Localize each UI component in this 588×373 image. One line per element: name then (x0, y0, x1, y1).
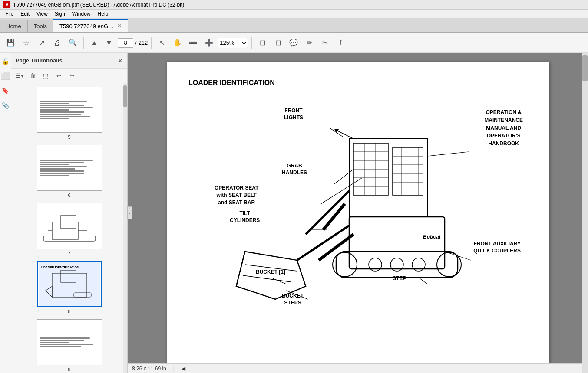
sidebar-title: Page Thumbnails (16, 57, 63, 64)
scroll-thumb[interactable] (582, 55, 588, 81)
fit-page-button[interactable]: ⊡ (255, 36, 269, 50)
prev-page-button[interactable]: ▲ (87, 36, 101, 50)
toolbar-sep-1 (83, 37, 84, 49)
thumbnail-label-6: 6 (68, 193, 70, 198)
thumbnail-page-9[interactable]: 9 (37, 319, 102, 372)
find-button[interactable]: 🔍 (66, 36, 80, 50)
zoom-select[interactable]: 50% 75% 100% 125% 150% 200% (218, 38, 248, 48)
menu-help[interactable]: Help (94, 10, 112, 18)
page-title: LOADER IDENTIFICATION (188, 79, 527, 87)
nav-group: ▲ ▼ (87, 36, 116, 50)
main-area: 🔒 ⬜ 🔖 📎 Page Thumbnails ✕ ☰▾ 🗑 ⬚ ↩ ↪ (0, 53, 588, 373)
svg-text:Bobcat: Bobcat (423, 234, 441, 240)
page-input-group: / 212 (118, 38, 148, 48)
left-icon-panel: 🔒 ⬜ 🔖 📎 (0, 53, 11, 373)
diagram-container: Bobcat (188, 95, 527, 347)
sidebar-menu-button[interactable]: ☰▾ (14, 70, 25, 82)
next-page-button[interactable]: ▼ (102, 36, 116, 50)
thumbnail-image-9 (37, 319, 102, 365)
sidebar-toolbar: ☰▾ 🗑 ⬚ ↩ ↪ (11, 69, 127, 83)
thumbnail-page-7[interactable]: 7 (37, 203, 102, 256)
status-bar: 8.26 x 11.69 in | ◀ (128, 363, 588, 373)
lock-icon[interactable]: 🔒 (1, 56, 10, 66)
sidebar: Page Thumbnails ✕ ☰▾ 🗑 ⬚ ↩ ↪ (11, 53, 128, 373)
vertical-scrollbar[interactable] (582, 53, 588, 373)
share-button[interactable]: ↗ (35, 36, 49, 50)
svg-line-37 (306, 191, 349, 234)
menu-file[interactable]: File (2, 10, 17, 18)
label-grab-handles: GRABHANDLES (282, 163, 307, 176)
svg-text:LOADER IDENTIFICATION: LOADER IDENTIFICATION (41, 266, 79, 269)
svg-line-48 (334, 169, 353, 184)
tab-home[interactable]: Home (0, 20, 28, 32)
fit-width-button[interactable]: ⊟ (271, 36, 285, 50)
label-tilt-cylinders: TILTCYLINDERS (230, 210, 260, 224)
page-separator: / (135, 39, 137, 46)
label-step: STEP (393, 275, 406, 281)
svg-line-39 (323, 204, 345, 230)
comment-button[interactable]: 💬 (287, 36, 301, 50)
close-tab-icon[interactable]: ✕ (117, 23, 122, 29)
cursor-tool-button[interactable]: ↖ (155, 36, 169, 50)
sidebar-close-button[interactable]: ✕ (118, 57, 123, 64)
menu-edit[interactable]: Edit (17, 10, 33, 18)
pdf-page[interactable]: LOADER IDENTIFICATION (128, 53, 588, 373)
sidebar-extract-button[interactable]: ⬚ (40, 70, 51, 82)
pdf-content-area: LOADER IDENTIFICATION (128, 53, 588, 373)
thumbnail-label-7: 7 (68, 251, 70, 256)
title-bar: A T590 7277049 enGB om.pdf (SECURED) - A… (0, 0, 588, 10)
page-document: LOADER IDENTIFICATION (167, 62, 549, 365)
svg-rect-30 (349, 217, 445, 269)
toolbar-sep-2 (151, 37, 152, 49)
svg-line-44 (243, 275, 291, 282)
page-number-input[interactable] (118, 38, 133, 48)
print-button[interactable]: 🖨 (50, 36, 64, 50)
thumbnail-page-8[interactable]: LOADER IDENTIFICATION 8 (37, 261, 102, 314)
sidebar-delete-button[interactable]: 🗑 (27, 70, 38, 82)
svg-line-46 (336, 130, 353, 139)
bookmark-add-button[interactable]: ☆ (19, 36, 33, 50)
menu-view[interactable]: View (33, 10, 51, 18)
sidebar-scrollbar[interactable] (123, 83, 127, 373)
sidebar-redo-button[interactable]: ↪ (66, 70, 77, 82)
highlight-button[interactable]: ✏ (302, 36, 316, 50)
sidebar-undo-button[interactable]: ↩ (53, 70, 64, 82)
thumbnail-page-5[interactable]: 5 (37, 87, 102, 140)
tab-document[interactable]: T590 7277049 enG… ✕ (53, 19, 128, 32)
window-title: T590 7277049 enGB om.pdf (SECURED) - Ado… (13, 2, 184, 8)
app-icon: A (3, 1, 10, 8)
thumbnail-label-8: 8 (68, 309, 70, 314)
attachments-icon[interactable]: 📎 (1, 101, 10, 110)
scroll-left-button[interactable]: ◀ (182, 366, 185, 372)
label-bucket-steps: BUCKETSTEPS (282, 293, 304, 306)
thumbnail-label-5: 5 (68, 134, 70, 140)
tab-bar: Home Tools T590 7277049 enG… ✕ (0, 18, 588, 33)
zoom-out-button[interactable]: ➖ (186, 36, 200, 50)
menu-bar: File Edit View Sign Window Help (0, 10, 588, 18)
zoom-in-button[interactable]: ➕ (202, 36, 216, 50)
svg-rect-22 (393, 147, 423, 195)
thumbnail-page-6[interactable]: 6 (37, 145, 102, 198)
pages-icon[interactable]: ⬜ (1, 71, 10, 81)
save-button[interactable]: 💾 (3, 36, 17, 50)
label-bucket: BUCKET [1] (256, 269, 285, 275)
thumbnail-image-7 (37, 203, 102, 249)
thumbnail-image-5 (37, 87, 102, 133)
label-operator-seat: OPERATOR SEATwith SEAT BELTand SEAT BAR (215, 184, 258, 206)
sidebar-scroll-thumb[interactable] (123, 85, 127, 107)
tab-tools[interactable]: Tools (28, 20, 53, 32)
thumbnail-image-8: LOADER IDENTIFICATION (37, 261, 102, 307)
bookmarks-icon[interactable]: 🔖 (1, 86, 10, 95)
svg-marker-41 (236, 252, 306, 299)
page-size-label: 8.26 x 11.69 in (132, 366, 166, 372)
collapse-sidebar-button[interactable]: ‹ (127, 206, 132, 219)
share2-button[interactable]: ⤴ (334, 36, 347, 50)
annotation-button[interactable]: ✂ (318, 36, 332, 50)
page-total: 212 (139, 39, 148, 46)
hand-tool-button[interactable]: ✋ (171, 36, 185, 50)
thumbnails-panel: 5 6 (11, 83, 127, 373)
menu-window[interactable]: Window (69, 10, 94, 18)
thumbnail-image-6 (37, 145, 102, 191)
menu-sign[interactable]: Sign (51, 10, 69, 18)
svg-line-51 (427, 152, 469, 156)
